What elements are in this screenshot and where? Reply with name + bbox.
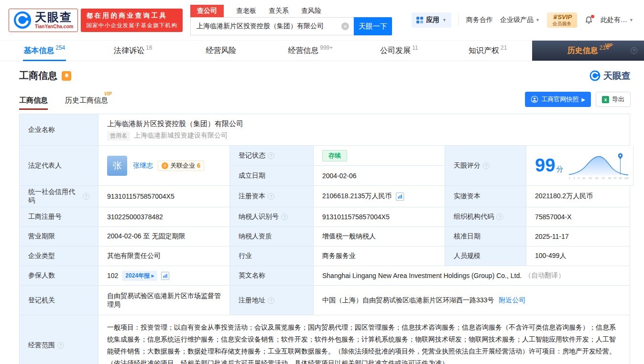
paid-capital-label: 实缴资本 [445, 186, 526, 207]
brand-name: 天眼查 [35, 11, 73, 23]
establish-date-label: 成立日期 [230, 166, 314, 186]
credit-code-value: 9131011575857004X5 [98, 186, 230, 207]
score-distribution-chart: 1 3 5 10 30 50 70 85 97 99 100 [568, 151, 629, 180]
export-label: 导出 [612, 95, 624, 104]
help-icon[interactable]: ? [268, 193, 274, 200]
table-row: 法定代表人 张 张继志 企 关联企业 6 登记状态? 存续 成立日期 2004-… [20, 146, 630, 186]
tab-label: 知识产权 [469, 46, 499, 56]
reg-status-badge: 存续 [322, 150, 347, 161]
svg-text:99: 99 [619, 177, 622, 180]
chevron-down-icon: ▼ [629, 18, 633, 22]
official-snapshot-button[interactable]: 工商官网快照 ▶ [525, 92, 591, 107]
score-unit: 分 [556, 165, 563, 173]
legal-rep-name-link[interactable]: 张继志 [133, 161, 153, 170]
top-bar: 天眼查 TianYanCha.com 都在用的商业查询工具 国家中小企业发展子基… [0, 0, 644, 40]
tab-operational-risk[interactable]: 经营风险 [177, 41, 266, 61]
tab-label: 经营信息 [288, 46, 318, 56]
vip-tag: VIP [104, 91, 112, 96]
related-companies-icon: 企 [162, 162, 168, 169]
subtab-history-registration[interactable]: 历史工商信息 VIP [65, 96, 108, 110]
subtab-business-registration[interactable]: 工商信息 [19, 96, 48, 110]
search-input[interactable] [190, 17, 354, 35]
tab-basic-info[interactable]: 基本信息254 [0, 41, 89, 61]
crown-icon: ♛ [552, 13, 558, 21]
enterprise-products-menu[interactable]: 企业级产品 ▼ [500, 16, 540, 24]
help-icon[interactable]: ? [496, 214, 503, 220]
help-icon[interactable]: ? [483, 162, 490, 169]
company-name-label: 企业名称 [20, 114, 98, 146]
help-icon[interactable]: ? [281, 214, 288, 220]
credit-code-label: 统一社会信用代码? [20, 186, 98, 207]
section-header: 工商信息 天眼查 [19, 69, 631, 82]
score-value[interactable]: 99分 1 3 5 10 30 50 70 85 97 [526, 146, 633, 186]
insured-count-label: 参保人数 [20, 266, 98, 286]
english-name-label: 英文名称 [230, 266, 314, 286]
reg-capital-label: 注册资本? [230, 186, 314, 207]
svg-text:3: 3 [574, 177, 575, 180]
search-tab-risk[interactable]: 查风险 [301, 5, 321, 17]
related-companies-badge[interactable]: 企 关联企业 6 [158, 161, 204, 171]
insured-history-icon[interactable] [161, 272, 169, 280]
help-icon[interactable]: ? [268, 297, 274, 304]
user-menu[interactable]: 此处有… ▼ [600, 16, 633, 24]
search-tab-relation[interactable]: 查关系 [269, 5, 289, 17]
svip-member-badge[interactable]: ♛SVIP 会员服务 [547, 12, 577, 28]
org-code-label: 组织机构代码? [445, 207, 526, 227]
tab-label: 法律诉讼 [114, 46, 144, 56]
reg-number-label: 工商注册号 [20, 207, 98, 227]
search-tab-company[interactable]: 查公司 [190, 5, 224, 17]
tab-legal-proceedings[interactable]: 法律诉讼16 [89, 41, 178, 61]
svg-text:10: 10 [582, 177, 585, 180]
business-cooperation-link[interactable]: 商务合作 [466, 16, 493, 24]
tab-business-info[interactable]: 经营信息999+ [266, 41, 355, 61]
english-name-value: Shanghai Lingang New Area Investment Hol… [322, 272, 522, 279]
capital-history-icon[interactable] [396, 193, 404, 201]
person-icon [531, 96, 538, 103]
tab-history-info[interactable]: VIP 历史信息214 ? [532, 41, 644, 61]
clear-icon[interactable]: ✕ [341, 22, 349, 30]
enterprise-products-label: 企业级产品 [500, 16, 534, 24]
company-type-value: 其他有限责任公司 [98, 246, 230, 266]
help-icon[interactable]: ? [83, 193, 89, 200]
business-term-value: 2004-02-06 至 无固定期限 [98, 227, 230, 246]
username: 此处有… [600, 16, 627, 24]
help-icon[interactable]: ? [57, 342, 64, 349]
annual-report-badge[interactable]: 2024年报 ▸ [122, 271, 157, 281]
svg-text:100: 100 [624, 177, 629, 180]
industry-value: 商务服务业 [314, 246, 445, 266]
taxpayer-quality-label: 纳税人资质 [230, 227, 314, 246]
apps-label: 应用 [426, 16, 439, 24]
reg-address-value: 中国（上海）自由贸易试验区临港新片区环湖西一路333号 [322, 296, 494, 305]
table-row: 营业期限 2004-02-06 至 无固定期限 纳税人资质 增值税一般纳税人 核… [20, 227, 630, 246]
tab-company-development[interactable]: 公司发展11 [355, 41, 444, 61]
export-button[interactable]: x 导出 [596, 92, 631, 107]
auto-translate-note: （自动翻译） [524, 271, 565, 280]
former-name-value: 上海临港新城投资建设有限公司 [134, 131, 228, 140]
legal-rep-avatar[interactable]: 张 [107, 156, 127, 176]
svg-text:85: 85 [609, 177, 611, 180]
divider [458, 15, 459, 25]
excel-icon: x [602, 96, 609, 103]
help-icon[interactable]: ? [268, 152, 274, 159]
nearby-companies-link[interactable]: 附近公司 [499, 296, 525, 305]
related-companies-label: 关联企业 [170, 161, 195, 170]
company-nav-tabs: 基本信息254 法律诉讼16 经营风险 经营信息999+ 公司发展11 知识产权… [0, 40, 644, 61]
business-scope-value: 一般项目：投资管理；以自有资金从事投资活动；会议及展览服务；国内贸易代理；园区管… [98, 315, 630, 364]
search-tab-boss[interactable]: 查老板 [236, 5, 256, 17]
reg-status-label: 登记状态? [230, 146, 314, 166]
tab-intellectual-property[interactable]: 知识产权21 [444, 41, 533, 61]
tianyancha-logo[interactable]: 天眼查 TianYanCha.com [9, 9, 78, 32]
search-button[interactable]: 天眼一下 [354, 17, 392, 35]
tab-count: 16 [146, 44, 152, 51]
tab-count: 21 [501, 44, 507, 51]
notification-dot [591, 15, 594, 18]
apps-menu[interactable]: 应用 ▼ [412, 12, 451, 28]
search-tabs: 查公司 查老板 查关系 查风险 [190, 5, 392, 17]
insured-count-value: 102 [107, 272, 118, 279]
establish-date-value: 2004-02-06 [314, 166, 445, 186]
notification-bell-icon[interactable] [584, 16, 593, 25]
reg-authority-value: 自由贸易试验区临港新片区市场监督管理局 [98, 286, 230, 315]
help-icon[interactable]: ? [631, 47, 637, 54]
subscribe-bell-icon[interactable] [62, 71, 71, 81]
slogan-line-1: 都在用的商业查询工具 [86, 11, 177, 20]
